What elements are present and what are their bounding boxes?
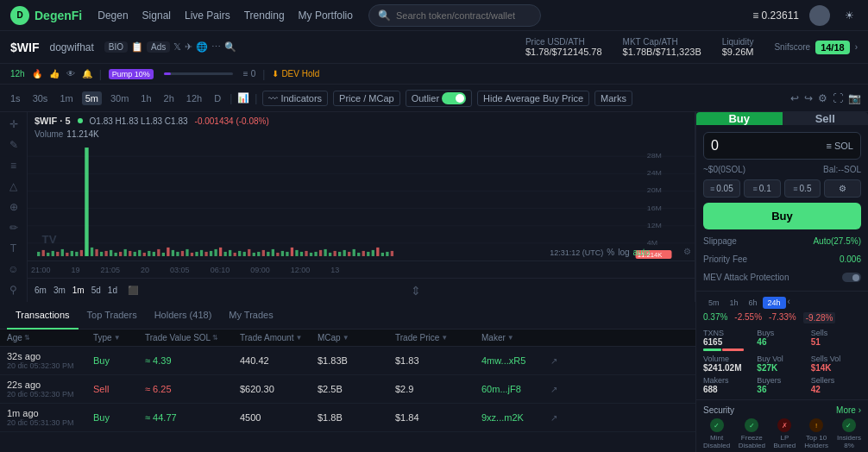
th-age[interactable]: Age ⇅ [7,333,93,342]
bell-icon[interactable]: 🔔 [82,69,92,78]
outlier-toggle[interactable] [442,92,466,104]
buy-tab[interactable]: Buy [696,112,783,125]
stat-tab-5m[interactable]: 5m [703,297,725,309]
measure-icon[interactable]: ⊕ [5,200,22,214]
marks-btn[interactable]: Marks [594,91,632,106]
search-bar[interactable]: 🔍 [368,4,541,27]
search-icon-2[interactable]: 🔍 [224,41,236,53]
td-ext-link[interactable]: ↗ [550,408,568,427]
fullscreen-icon[interactable]: ⛶ [833,92,843,104]
token-header: $WIF dogwifhat BIO 📋 Ads 𝕏 ✈ 🌐 ⋯ 🔍 Price… [0,31,868,64]
svg-text:16M: 16M [647,204,662,212]
security-more[interactable]: More › [836,405,861,415]
pencil-icon[interactable]: ✎ [5,138,22,152]
stats-collapse-icon[interactable]: ‹ [788,297,790,309]
tf-small-3m[interactable]: 3m [53,286,66,295]
tab-transactions[interactable]: Transactions [7,302,79,330]
search-input[interactable] [396,10,531,21]
pct-1h: -2.55% [734,312,762,323]
price-mcap-btn[interactable]: Price / MCap [333,91,400,106]
camera-icon[interactable]: 📷 [848,92,861,104]
undo-icon[interactable]: ↩ [790,92,799,104]
tf-d[interactable]: D [211,91,224,105]
th-trade-amount[interactable]: Trade Amount ▼ [240,333,318,342]
sol-amount-input[interactable] [711,138,796,154]
tf-30s[interactable]: 30s [29,91,52,105]
candlestick-icon[interactable]: ⬛ [128,286,138,295]
tf-30m[interactable]: 30m [107,91,132,105]
ads-badge[interactable]: Ads [147,41,170,53]
redo-icon[interactable]: ↪ [804,92,813,104]
quick-btn-0.1[interactable]: ≡0.1 [744,179,781,198]
thumb-icon[interactable]: 👍 [49,69,60,78]
stat-tab-1h[interactable]: 1h [725,297,744,309]
tf-5m[interactable]: 5m [82,91,102,105]
log-btn[interactable]: log [618,248,629,257]
th-maker[interactable]: Maker ▼ [481,333,550,342]
tf-small-1d[interactable]: 1d [108,286,117,295]
telegram-icon[interactable]: ✈ [185,41,192,53]
user-avatar[interactable] [809,5,830,26]
snifscore-expand[interactable]: › [855,42,858,52]
crosshair-icon[interactable]: ✛ [5,117,22,131]
tab-top-traders[interactable]: Top Traders [79,302,146,330]
stat-tab-6h[interactable]: 6h [744,297,763,309]
triangle-icon[interactable]: △ [5,179,22,193]
outlier-btn[interactable]: Outlier [406,90,472,107]
percent-btn[interactable]: % [607,248,614,257]
nav-link-trending[interactable]: Trending [244,9,285,22]
magnet-icon[interactable]: ⚲ [5,283,22,297]
auto-btn[interactable]: auto [633,248,650,257]
nav-link-my-portfolio[interactable]: My Portfolio [299,9,353,22]
tf-small-6m[interactable]: 6m [35,286,47,295]
tf-small-5d[interactable]: 5d [91,286,101,295]
chart-type-icon[interactable]: 📊 [237,92,249,104]
indicators-btn[interactable]: 〰 Indicators [262,91,328,106]
tf-12h[interactable]: 12h [183,91,205,105]
pump-badge: Pump 10% [109,69,154,79]
tf-1s[interactable]: 1s [7,91,24,105]
nav-link-degen[interactable]: Degen [97,9,128,22]
sell-tab[interactable]: Sell [783,112,869,125]
mev-toggle[interactable] [842,273,861,282]
th-trade-value[interactable]: Trade Value SOL ⇅ [145,333,240,342]
lines-icon[interactable]: ≡ [5,159,22,173]
priority-fee-val[interactable]: 0.006 [840,254,861,264]
nav-link-live-pairs[interactable]: Live Pairs [185,9,230,22]
settings-icon[interactable]: ⚙ [818,92,827,104]
tab-my-trades[interactable]: My Trades [220,302,281,330]
nav-link-signal[interactable]: Signal [142,9,171,22]
td-ext-link[interactable]: ↗ [550,380,568,399]
stat-tab-24h[interactable]: 24h [763,297,786,309]
th-trade-price[interactable]: Trade Price ▼ [395,333,481,342]
td-ext-link[interactable]: ↗ [550,351,568,370]
quick-btn-0.05[interactable]: ≡0.05 [703,179,740,198]
chart-settings-icon[interactable]: ⚙ [683,245,691,257]
quick-btn-settings[interactable]: ⚙ [824,179,861,198]
tf-1m[interactable]: 1m [56,91,76,105]
tf-2h[interactable]: 2h [160,91,178,105]
eye-icon[interactable]: 👁 [66,69,75,78]
more-icon[interactable]: ⋯ [211,41,221,53]
globe-icon[interactable]: 🌐 [196,41,208,53]
emoji-icon[interactable]: ☺ [5,262,22,276]
flame-icon[interactable]: 🔥 [32,69,42,78]
th-type[interactable]: Type ▼ [93,333,145,342]
bio-badge[interactable]: BIO [104,41,128,53]
buy-button[interactable]: Buy [703,203,861,229]
tab-holders[interactable]: Holders (418) [146,302,221,330]
svg-rect-7 [42,250,45,256]
theme-toggle[interactable]: ☀ [840,7,858,24]
drag-handle[interactable]: ⇕ [411,284,421,298]
th-mcap[interactable]: MCap ▼ [318,333,395,342]
draw-icon[interactable]: ✏ [5,221,22,235]
text-icon[interactable]: T [5,242,22,255]
slippage-val[interactable]: Auto(27.5%) [813,236,861,246]
tf-small-1m[interactable]: 1m [72,286,85,295]
tf-1h[interactable]: 1h [137,91,154,105]
hide-avg-buy-btn[interactable]: Hide Average Buy Price [477,91,589,106]
quick-btn-0.5[interactable]: ≡0.5 [784,179,821,198]
logo[interactable]: D DegenFi [10,6,82,25]
copy-icon[interactable]: 📋 [131,41,143,53]
twitter-icon[interactable]: 𝕏 [173,41,181,53]
